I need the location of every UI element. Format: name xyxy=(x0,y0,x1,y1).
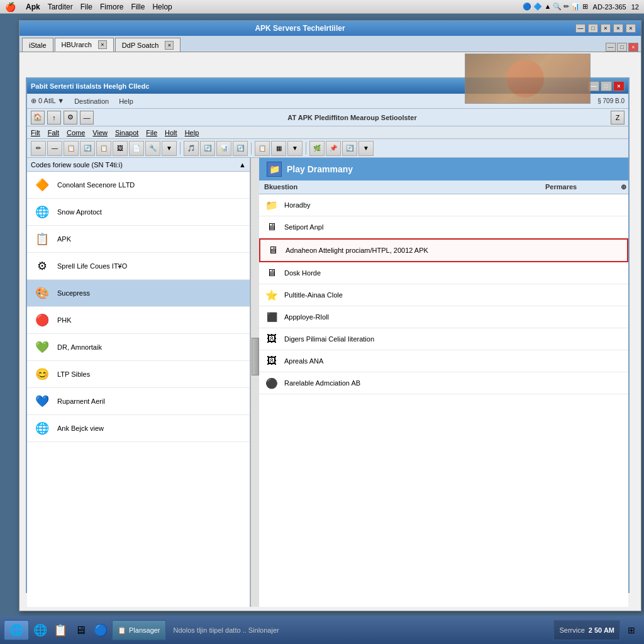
menu-helop[interactable]: Helop xyxy=(152,3,172,11)
tb-btn-dropdown[interactable]: ▼ xyxy=(162,141,177,156)
sidebar-icon-dr: 💚 xyxy=(32,337,52,357)
nav-up-icon[interactable]: ↑ xyxy=(47,111,61,125)
menu-file[interactable]: File xyxy=(80,3,92,11)
list-icon-horadby: 📁 xyxy=(264,197,279,213)
sidebar-item-dr[interactable]: 💚 DR, Amnortaik xyxy=(27,334,250,361)
list-item-pultitle[interactable]: ⭐ Pultitle-Ainaa Clole xyxy=(259,284,628,306)
sidebar-item-rup[interactable]: 💙 Ruparnent Aeril xyxy=(27,388,250,415)
taskbar-plansager-icon: 📋 xyxy=(118,626,126,635)
tab-ddp[interactable]: DdP Soatch × xyxy=(115,38,181,52)
nav-minus-icon[interactable]: — xyxy=(80,111,94,125)
inner-menu-help[interactable]: Help xyxy=(185,129,199,136)
minimize-button[interactable]: — xyxy=(575,24,586,33)
main-window-titlebar: APK Servers Techelrtiiler — □ × × × xyxy=(19,21,641,36)
inner-menu-holt[interactable]: Holt xyxy=(165,129,177,136)
address-dest-label[interactable]: Destination xyxy=(74,97,109,105)
close-button-1[interactable]: × xyxy=(601,24,611,33)
list-item-adnaheon[interactable]: 🖥 Adnaheon Attelight prociam/HTPL, 20012… xyxy=(259,238,628,262)
sidebar-scrollbar[interactable] xyxy=(250,158,259,607)
inner-menu-falt[interactable]: Falt xyxy=(48,129,59,136)
tb-btn-15[interactable]: 🌿 xyxy=(309,141,325,156)
sidebar-item-snow[interactable]: 🌐 Snow Aprotoct xyxy=(27,199,250,226)
taskbar-plansager-btn[interactable]: 📋 Plansager xyxy=(112,620,166,640)
tb-btn-13[interactable]: 📋 xyxy=(255,141,270,156)
tb-btn-17[interactable]: 🔄 xyxy=(342,141,357,156)
inner-close-btn[interactable]: × xyxy=(613,81,625,91)
sidebar-scrollbar-thumb[interactable] xyxy=(252,338,259,375)
menu-tarditer[interactable]: Tarditer xyxy=(48,3,73,11)
taskbar-start-button[interactable]: 🌐 xyxy=(4,620,29,640)
list-item-rarelable[interactable]: ⚫ Rarelable Admciation AB xyxy=(259,372,628,394)
tb-btn-4[interactable]: 🔄 xyxy=(80,141,95,156)
tb-btn-6[interactable]: 🖼 xyxy=(113,141,128,156)
taskbar-icon-4[interactable]: 🔵 xyxy=(92,621,109,639)
tab-hburch[interactable]: HBUrarch × xyxy=(55,38,114,52)
sidebar-item-conolant[interactable]: 🔶 Conolant Secenore LLTD xyxy=(27,172,250,199)
tab-hburch-close[interactable]: × xyxy=(98,40,107,49)
sidebar-item-sucepress[interactable]: 🎨 Sucepress xyxy=(27,280,250,307)
col-header-perm[interactable]: Permares xyxy=(540,182,616,192)
sidebar-item-sprell[interactable]: ⚙ Sprell Life Coues IT¥O xyxy=(27,253,250,280)
close-button-3[interactable]: × xyxy=(626,24,636,33)
sidebar-scroll-up[interactable]: ▲ xyxy=(239,161,246,169)
apple-icon[interactable]: 🍎 xyxy=(5,2,16,12)
taskbar-icon-2[interactable]: 📋 xyxy=(52,621,69,639)
tab-minimize-btn[interactable]: — xyxy=(606,43,616,52)
taskbar-icon-1[interactable]: 🌐 xyxy=(31,621,49,639)
sidebar-item-ltp[interactable]: 😊 LTP Sibles xyxy=(27,361,250,388)
menu-fimore[interactable]: Fimore xyxy=(100,3,123,11)
tb-separator-3 xyxy=(306,142,306,155)
tab-maximize-btn[interactable]: □ xyxy=(617,43,627,52)
inner-menu-come[interactable]: Come xyxy=(67,129,85,136)
nav-settings-icon[interactable]: ⚙ xyxy=(64,111,77,125)
tb-btn-12[interactable]: 🔃 xyxy=(233,141,248,156)
tab-istale[interactable]: iStale xyxy=(22,38,53,52)
maximize-button[interactable]: □ xyxy=(588,24,598,33)
tb-btn-2[interactable]: — xyxy=(47,141,62,156)
menu-apk[interactable]: Apk xyxy=(26,3,40,11)
list-item-apreals[interactable]: 🖼 Apreals ANA xyxy=(259,350,628,372)
main-window-title: APK Servers Techelrtiiler xyxy=(25,24,575,33)
tb-btn-1[interactable]: ✏ xyxy=(31,141,46,156)
tb-btn-7[interactable]: 📄 xyxy=(129,141,144,156)
inner-menu-sinapot[interactable]: Sinapot xyxy=(115,129,138,136)
inner-window: Pabit Serterti Iistalsts Heelgh Clledc —… xyxy=(26,77,630,593)
tab-ddp-close[interactable]: × xyxy=(165,41,174,50)
taskbar-icon-5[interactable]: ⊞ xyxy=(623,621,640,639)
list-item-setiport[interactable]: 🖥 Setiport Anpl xyxy=(259,216,628,238)
sidebar-label-phk: PHK xyxy=(57,316,72,324)
sidebar-item-phk[interactable]: 🔴 PHK xyxy=(27,307,250,334)
inner-maximize-btn[interactable]: □ xyxy=(601,81,612,91)
inner-menu-view[interactable]: View xyxy=(92,129,108,136)
list-label-setiport: Setiport Anpl xyxy=(284,223,323,231)
tb-btn-dropdown-2[interactable]: ▼ xyxy=(287,141,303,156)
tb-btn-10[interactable]: 🔄 xyxy=(200,141,215,156)
col-header-extra[interactable]: ⊕ xyxy=(616,182,628,192)
tb-btn-3[interactable]: 📋 xyxy=(64,141,79,156)
menu-fille[interactable]: Fille xyxy=(131,3,145,11)
nav-extra-btn[interactable]: Z xyxy=(611,111,625,125)
sidebar-item-ank[interactable]: 🌐 Ank Bejck view xyxy=(27,415,250,442)
col-header-name[interactable]: Bkuestion xyxy=(259,182,540,192)
list-item-appploye[interactable]: ⬛ Appploye-Rloll xyxy=(259,306,628,328)
tab-close-btn[interactable]: × xyxy=(628,43,638,52)
tb-btn-11[interactable]: 📊 xyxy=(216,141,231,156)
list-item-dosk[interactable]: 🖥 Dosk Horde xyxy=(259,262,628,284)
tb-btn-9[interactable]: 🎵 xyxy=(184,141,199,156)
address-left-label[interactable]: ⊕ 0 AtlL ▼ xyxy=(31,97,64,105)
close-button-2[interactable]: × xyxy=(613,24,623,33)
tb-btn-dropdown-3[interactable]: ▼ xyxy=(358,141,374,156)
inner-menu-file[interactable]: File xyxy=(146,129,157,136)
sidebar-item-apk[interactable]: 📋 APK xyxy=(27,226,250,253)
list-label-pultitle: Pultitle-Ainaa Clole xyxy=(284,291,343,299)
list-item-digers[interactable]: 🖼 Digers Pilimai Celial Iiteration xyxy=(259,328,628,350)
tb-btn-5[interactable]: 📋 xyxy=(96,141,111,156)
address-help-label[interactable]: Help xyxy=(119,97,133,105)
list-item-horadby[interactable]: 📁 Horadby xyxy=(259,194,628,216)
nav-home-icon[interactable]: 🏠 xyxy=(31,111,45,125)
inner-menu-filt[interactable]: Filt xyxy=(31,129,40,136)
tb-btn-14[interactable]: ▦ xyxy=(271,141,286,156)
taskbar-icon-3[interactable]: 🖥 xyxy=(72,621,89,639)
tb-btn-16[interactable]: 📌 xyxy=(326,141,341,156)
tb-btn-8[interactable]: 🔧 xyxy=(145,141,160,156)
